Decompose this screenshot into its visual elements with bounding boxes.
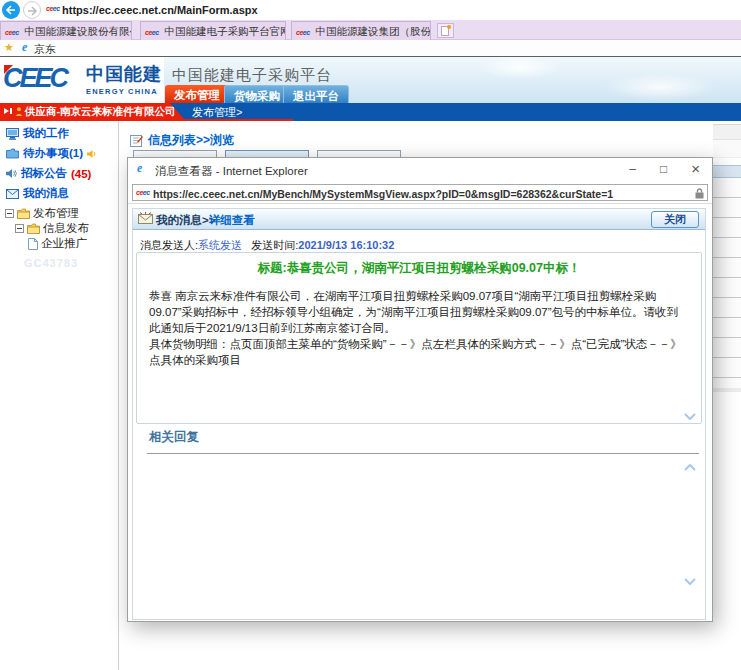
tab-label: 中国能源建设集团（股份）... — [316, 25, 431, 37]
favorites-star-icon[interactable]: ★ — [4, 41, 14, 54]
sidebar-item-my-messages[interactable]: 我的消息 — [6, 186, 69, 201]
nav-tab-goods[interactable]: 货物采购 — [224, 85, 290, 103]
tree-item-enterprise-promo[interactable]: 企业推广 — [28, 236, 87, 251]
browser-address-bar: ceec https://ec.ceec.net.cn/MainForm.asp… — [0, 0, 741, 20]
supplier-person-icon — [15, 107, 23, 116]
browser-tab-row: ceec 中国能源建设股份有限公司 ceec 中国能建电子采购平台官网 ceec… — [0, 20, 741, 40]
forward-icon[interactable] — [23, 1, 41, 19]
message-viewer-window: e 消息查看器 - Internet Explorer – □ × ceec h… — [127, 157, 713, 622]
site-favicon: ceec — [136, 189, 150, 196]
site-title: 中国能建电子采购平台 — [172, 66, 332, 85]
tree-item-publish-mgmt[interactable]: 发布管理 — [5, 206, 79, 221]
back-icon[interactable] — [2, 1, 20, 19]
sidebar: 我的工作 待办事项(1) 招标公告(45) 我的消息 发布管理 信息发布 企业推… — [0, 121, 119, 670]
message-header-bar: 我的消息>> 详细查看 关闭 — [133, 209, 705, 230]
list-toolbar-sliver — [713, 140, 741, 158]
site-favicon: ceec — [46, 5, 60, 12]
logo-chinese-name: 中国能建 — [86, 62, 162, 86]
breadcrumb-bar: 供应商-南京云来标准件有限公司 发布管理> — [0, 103, 741, 119]
bid-count: (45) — [71, 168, 91, 180]
minimize-icon[interactable]: – — [629, 160, 636, 178]
supplier-name: 供应商-南京云来标准件有限公司 — [25, 105, 176, 117]
folder-icon — [6, 148, 19, 159]
lock-icon — [695, 188, 704, 199]
tab-favicon: ceec — [296, 29, 310, 36]
ie-favicon: e — [22, 40, 27, 55]
monitor-icon — [6, 128, 19, 140]
nav-tab-exit[interactable]: 退出平台 — [283, 85, 349, 103]
sidebar-item-todo[interactable]: 待办事项(1) — [6, 146, 97, 161]
time-label: 发送时间: — [251, 239, 298, 251]
browser-tab-3[interactable]: ceec 中国能源建设集团（股份）... × — [291, 21, 431, 40]
popup-title-bar[interactable]: e 消息查看器 - Internet Explorer – □ × — [128, 158, 712, 183]
folder-icon — [17, 208, 30, 219]
sidebar-label: 我的消息 — [23, 186, 69, 201]
sidebar-item-bid-notice[interactable]: 招标公告(45) — [6, 166, 91, 181]
tab-label: 中国能建电子采购平台官网 — [165, 25, 286, 37]
sender-label: 消息发送人: — [140, 239, 198, 251]
ceec-logo-letters: CEEC — [3, 63, 66, 94]
section-title: 信息列表>>浏览 — [130, 132, 234, 149]
envelope-icon — [138, 212, 153, 224]
nav-tab-publish[interactable]: 发布管理 — [165, 85, 229, 103]
tree-item-info-publish[interactable]: 信息发布 — [15, 221, 89, 236]
popup-url-input[interactable]: ceec https://ec.ceec.net.cn/MyBench/MySy… — [132, 184, 708, 201]
replies-title: 相关回复 — [149, 429, 199, 446]
tab-favicon: ceec — [145, 29, 159, 36]
time-value: 2021/9/13 16:10:32 — [298, 239, 394, 251]
logo-english-name: ENERGY CHINA — [86, 87, 162, 96]
message-card: 标题:恭喜贵公司，湖南平江项目扭剪螺栓采购09.07中标！ 恭喜 南京云来标准件… — [136, 252, 702, 424]
message-meta-row: 消息发送人:系统发送 发送时间:2021/9/13 16:10:32 — [140, 238, 394, 253]
breadcrumb: 发布管理> — [192, 105, 242, 120]
envelope-icon — [6, 189, 19, 199]
watermark: GC43783 — [24, 257, 78, 269]
sidebar-label: 招标公告 — [21, 166, 67, 181]
ie-icon: e — [137, 161, 142, 176]
ceec-logo: CEEC 中国能建 ENERGY CHINA — [0, 57, 164, 103]
message-title: 标题:恭喜贵公司，湖南平江项目扭剪螺栓采购09.07中标！ — [137, 260, 701, 277]
tree-label: 信息发布 — [43, 221, 89, 236]
tree-collapse-icon[interactable] — [5, 209, 14, 218]
speaker-icon — [6, 168, 17, 179]
supplier-ribbon: 供应商-南京云来标准件有限公司 — [0, 103, 184, 119]
sidebar-item-my-work[interactable]: 我的工作 — [6, 126, 69, 141]
message-paragraph: 恭喜 南京云来标准件有限公司，在湖南平江项目扭剪螺栓采购09.07项目“湖南平江… — [149, 288, 689, 336]
table-footer-sliver — [713, 388, 741, 392]
browser-tab-2[interactable]: ceec 中国能建电子采购平台官网 — [140, 21, 286, 40]
sender-value: 系统发送 — [198, 239, 242, 251]
replies-divider — [147, 453, 699, 454]
tab-favicon: ceec — [5, 29, 19, 36]
url-input[interactable]: https://ec.ceec.net.cn/MainForm.aspx — [62, 4, 258, 16]
close-button[interactable]: 关闭 — [651, 211, 699, 228]
message-paragraph: 具体货物明细：点页面顶部主菜单的“货物采购”－－》点左栏具体的采购方式－－》点“… — [149, 336, 689, 368]
scroll-down-icon[interactable] — [684, 571, 696, 589]
scroll-down-icon[interactable] — [684, 406, 696, 424]
form-icon — [130, 134, 143, 147]
marquee-pause-icon[interactable] — [4, 107, 13, 115]
popup-content: 我的消息>> 详细查看 关闭 消息发送人:系统发送 发送时间:2021/9/13… — [128, 204, 712, 621]
list-toolbar-sliver — [713, 124, 741, 140]
message-body: 恭喜 南京云来标准件有限公司，在湖南平江项目扭剪螺栓采购09.07项目“湖南平江… — [149, 288, 689, 368]
browser-tab-1[interactable]: ceec 中国能源建设股份有限公司 — [0, 21, 132, 40]
maximize-icon[interactable]: □ — [660, 160, 667, 178]
screen: ceec https://ec.ceec.net.cn/MainForm.asp… — [0, 0, 741, 670]
speaker-icon — [87, 149, 97, 159]
favorites-bar: ★ e 京东 — [0, 40, 741, 56]
popup-url-text: https://ec.ceec.net.cn/MyBench/MySystemM… — [153, 188, 691, 200]
sidebar-label: 待办事项(1) — [23, 146, 83, 161]
table-header-sliver — [713, 165, 741, 178]
close-window-icon[interactable]: × — [691, 160, 700, 178]
document-icon — [28, 238, 38, 250]
favorite-link-jd[interactable]: 京东 — [34, 42, 56, 57]
folder-icon — [27, 223, 40, 234]
new-tab-button[interactable] — [437, 23, 454, 38]
popup-breadcrumb: 我的消息>> — [156, 213, 215, 228]
sidebar-label: 我的工作 — [23, 126, 69, 141]
scroll-up-icon[interactable] — [684, 457, 696, 475]
message-panel: 我的消息>> 详细查看 关闭 消息发送人:系统发送 发送时间:2021/9/13… — [132, 208, 706, 620]
tree-label: 发布管理 — [33, 206, 79, 221]
popup-address-bar: ceec https://ec.ceec.net.cn/MyBench/MySy… — [128, 183, 712, 204]
tree-collapse-icon[interactable] — [15, 224, 24, 233]
detail-view-link[interactable]: 详细查看 — [209, 213, 255, 228]
popup-window-title: 消息查看器 - Internet Explorer — [155, 164, 308, 179]
